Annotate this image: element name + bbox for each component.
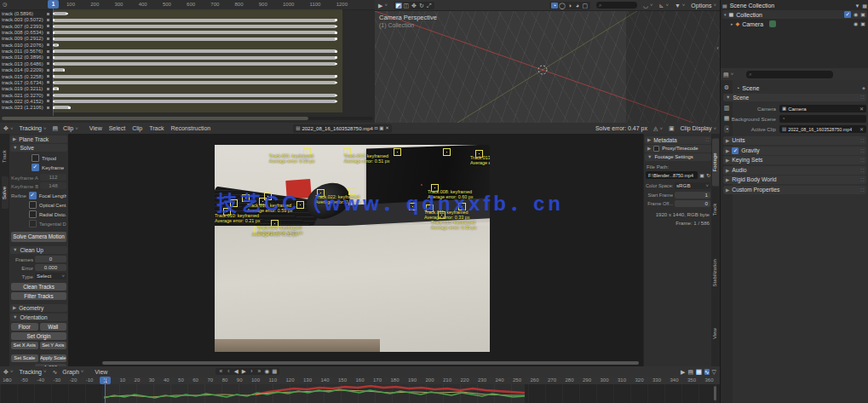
dopesheet-current-frame-badge[interactable]: 1 <box>48 0 59 9</box>
panel-rigid-body-world[interactable]: ▶Rigid Body World∷ <box>723 176 866 184</box>
graph-tracking-dropdown[interactable]: Tracking <box>19 369 46 375</box>
track-channel-bar[interactable] <box>53 25 336 28</box>
panel-solve[interactable]: ▼Solve <box>10 144 67 152</box>
tripod-checkbox[interactable] <box>32 154 39 162</box>
keyframe-dot[interactable] <box>53 69 55 72</box>
pin-icon[interactable]: ⌖ <box>862 85 865 91</box>
sidebar-collapse-arrow[interactable]: ‹ <box>716 44 719 52</box>
keyframe-dot[interactable] <box>335 75 337 78</box>
keyframe-dot[interactable] <box>53 82 55 84</box>
track-name[interactable]: track.011 (0.5676) <box>2 49 46 54</box>
snap-dropdown[interactable]: ◡ <box>643 3 653 9</box>
track-channel-bar[interactable] <box>53 31 336 34</box>
keyframe-dot[interactable] <box>68 107 71 109</box>
options-button[interactable]: Options <box>691 3 716 9</box>
new-collection-icon[interactable]: ▦ <box>862 3 867 9</box>
panel-custom-properties[interactable]: ▶Custom Properties∷ <box>723 186 866 194</box>
keyframe-dot[interactable] <box>53 32 55 34</box>
color-space-select[interactable]: sRGB <box>675 182 710 189</box>
reload-icon[interactable]: ↻ <box>706 173 710 178</box>
frames-field[interactable]: 0 <box>35 256 66 262</box>
panel-units[interactable]: ▶Units∷ <box>723 136 866 145</box>
track-name[interactable]: track.022 (0.4152) <box>2 99 46 104</box>
menu-track[interactable]: Track <box>149 125 164 131</box>
solid-shading-icon[interactable]: ◯ <box>559 3 566 9</box>
keyframe-checkbox[interactable] <box>32 164 39 171</box>
track-channel-bar[interactable] <box>53 62 336 66</box>
panel-gravity[interactable]: ▶Gravity∷ <box>723 147 866 155</box>
panel-clean-up[interactable]: ▼Clean Up <box>10 246 67 254</box>
set-y-axis-button[interactable]: Set Y Axis <box>40 342 67 349</box>
frame-offset-field[interactable]: 0 <box>675 200 710 207</box>
proxy-checkbox[interactable] <box>653 146 659 152</box>
error-field[interactable]: 0.000 <box>35 264 66 271</box>
filter-dropdown[interactable]: ▼ <box>675 3 685 9</box>
keyframe-dot[interactable] <box>53 50 55 53</box>
collection-checkbox[interactable] <box>844 11 851 18</box>
track-channel-bar[interactable] <box>53 12 67 15</box>
clip-display-dropdown[interactable]: Clip Display <box>681 125 716 131</box>
fake-user-icon[interactable]: ◘ <box>375 126 377 131</box>
keyframe-dot[interactable] <box>53 95 55 97</box>
background-scene-field[interactable]: ◔ <box>779 115 866 123</box>
track-name[interactable]: track.009 (0.2912) <box>2 36 46 41</box>
keyframe-dot[interactable] <box>53 44 55 47</box>
tool-tab-icon[interactable]: ⚙ <box>724 84 729 90</box>
keyframe-dot[interactable] <box>53 107 55 109</box>
auto-key-icon[interactable]: ▤ <box>687 369 693 375</box>
expand-arrow-icon[interactable]: ▸ <box>731 22 733 26</box>
keyframe-dot[interactable] <box>57 88 60 90</box>
drag-dots-icon[interactable]: ∷ <box>860 136 864 145</box>
keyframe-dot[interactable] <box>53 19 55 21</box>
viewport-search-input[interactable]: ⌕ <box>596 2 637 9</box>
track-name[interactable]: track.008 (0.6534) <box>2 30 46 35</box>
clip-hscrollbar[interactable] <box>102 361 639 365</box>
panel-plane-track[interactable]: ▶Plane Track <box>10 135 67 143</box>
play-reverse-button[interactable]: ◀ <box>233 369 239 375</box>
radial-distortion-checkbox[interactable] <box>29 210 37 218</box>
cursor-tool-icon[interactable]: ◫ <box>403 3 410 9</box>
panel-footage-settings[interactable]: ▼Footage Settings <box>645 153 711 161</box>
folder-icon[interactable]: ▣ <box>699 173 704 178</box>
set-scale-button[interactable]: Set Scale <box>11 354 38 362</box>
editor-type-button[interactable]: ▶ <box>378 3 388 9</box>
keyframe-dot[interactable] <box>53 63 55 66</box>
tool-tab-solve[interactable]: Solve <box>2 176 9 209</box>
graph-view-menu[interactable]: View <box>95 369 107 375</box>
keyframe-dot[interactable] <box>335 101 337 103</box>
keyframe-dot[interactable] <box>53 37 55 40</box>
focal-length-checkbox[interactable] <box>29 192 37 199</box>
dopesheet-hscrollbar[interactable] <box>2 117 373 120</box>
clip-main-area[interactable]: Track.021: keyframedAverage error: 0.33 … <box>68 134 643 366</box>
type-select[interactable]: Select <box>35 273 66 279</box>
select-tool-icon[interactable]: ◩ <box>395 3 402 9</box>
track-name[interactable]: track.019 (0.3211) <box>2 86 46 91</box>
menu-reconstruction[interactable]: Reconstruction <box>170 125 210 131</box>
rendered-shading-icon[interactable]: ◕ <box>574 3 581 9</box>
rotate-tool-icon[interactable]: ↻ <box>418 3 425 9</box>
panel-audio[interactable]: ▶Audio∷ <box>723 166 866 175</box>
track-name[interactable]: track.021 (0.3270) <box>2 93 46 98</box>
track-name[interactable]: track (0.5896) <box>2 11 46 16</box>
menu-select[interactable]: Select <box>109 125 125 131</box>
clip-editor-type-button[interactable]: ✥ <box>3 125 13 131</box>
track-channel-bar[interactable] <box>53 75 336 78</box>
track-channel-bar[interactable] <box>53 68 65 72</box>
track-name[interactable]: track.015 (0.3258) <box>2 74 46 79</box>
clean-tracks-button[interactable]: Clean Tracks <box>11 283 66 291</box>
panel-orientation[interactable]: ▼Orientation <box>10 314 67 321</box>
filter-icon[interactable]: ▽ <box>712 369 716 375</box>
menu-clip[interactable]: Clip <box>132 125 142 131</box>
keyframe-dot[interactable] <box>335 63 337 66</box>
keyframe-dot[interactable] <box>53 101 55 103</box>
track-channel-bar[interactable] <box>53 87 59 90</box>
keyframe-dot[interactable] <box>53 75 55 78</box>
keyframe-dot[interactable] <box>335 26 337 28</box>
show-curves-icon[interactable]: ∿ <box>704 369 710 375</box>
folder-icon[interactable]: ▣ <box>379 126 383 131</box>
move-tool-icon[interactable]: ✥ <box>411 3 417 9</box>
close-icon[interactable]: ✕ <box>385 126 389 131</box>
proportional-icon[interactable]: ▣ <box>669 125 675 131</box>
track-name[interactable]: track.014 (0.2209) <box>2 67 46 72</box>
keyframe-dot[interactable] <box>53 88 55 90</box>
